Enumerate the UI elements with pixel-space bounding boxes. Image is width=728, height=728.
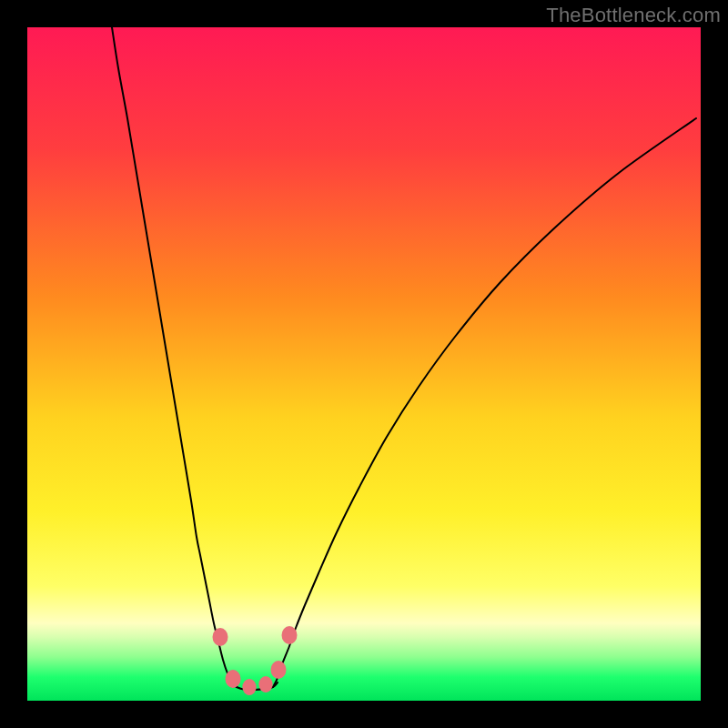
data-marker-3 [258, 676, 272, 693]
chart-svg [27, 27, 701, 701]
data-marker-2 [242, 679, 256, 695]
plot-area [27, 27, 701, 701]
watermark-text: TheBottleneck.com [546, 4, 721, 27]
data-marker-0 [213, 628, 228, 646]
data-marker-5 [282, 626, 298, 644]
data-marker-4 [271, 661, 287, 679]
data-marker-1 [226, 670, 241, 688]
chart-frame: TheBottleneck.com [0, 0, 728, 728]
